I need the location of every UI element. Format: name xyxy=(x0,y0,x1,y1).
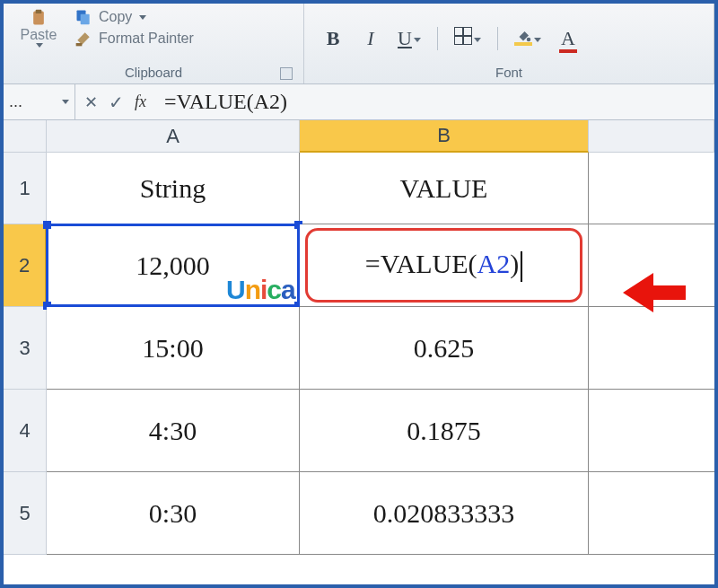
row-header-1[interactable]: 1 xyxy=(4,153,47,224)
separator xyxy=(437,27,438,50)
ribbon: Paste Copy Format Painter Clipboard xyxy=(4,4,714,84)
svg-rect-3 xyxy=(81,14,90,25)
copy-label: Copy xyxy=(99,9,132,25)
group-label-font: Font xyxy=(313,64,705,82)
cell-a2[interactable]: 12,000 xyxy=(47,224,300,307)
italic-button[interactable]: I xyxy=(360,27,381,50)
svg-rect-4 xyxy=(76,43,83,46)
cell-a4[interactable]: 4:30 xyxy=(47,390,300,472)
column-headers: A B xyxy=(4,120,714,153)
table-row: 5 0:30 0.020833333 xyxy=(4,472,714,555)
dialog-launcher-icon[interactable] xyxy=(280,67,293,80)
cell-a1[interactable]: String xyxy=(47,153,300,224)
bucket-icon xyxy=(514,27,532,43)
table-row: 3 15:00 0.625 xyxy=(4,307,714,390)
fill-color-button[interactable] xyxy=(514,27,541,50)
grid-body: 1 String VALUE 2 12,000 =VALUE(A2) xyxy=(4,153,714,555)
chevron-down-icon xyxy=(139,15,146,20)
format-painter-label: Format Painter xyxy=(99,31,194,47)
formula-input[interactable]: =VALUE(A2) xyxy=(155,90,714,114)
row-header-3[interactable]: 3 xyxy=(4,307,47,390)
spreadsheet: A B 1 String VALUE 2 12,000 xyxy=(4,120,714,584)
chevron-down-icon xyxy=(534,38,541,42)
cell-editing-formula: =VALUE(A2) xyxy=(365,249,522,282)
bold-button[interactable]: B xyxy=(322,27,344,50)
brush-icon xyxy=(74,30,93,48)
paste-label: Paste xyxy=(21,27,57,43)
formula-bar: ... ✕ ✓ fx =VALUE(A2) xyxy=(4,84,714,120)
copy-button[interactable]: Copy xyxy=(70,7,197,27)
cell-b4[interactable]: 0.1875 xyxy=(300,390,589,472)
arrow-body xyxy=(650,285,686,300)
copy-icon xyxy=(74,8,93,26)
cell-c5[interactable] xyxy=(589,472,714,555)
cell-a5[interactable]: 0:30 xyxy=(47,472,300,555)
cell-c4[interactable] xyxy=(589,390,714,472)
cell-value: 12,000 xyxy=(136,250,210,281)
underline-button[interactable]: U xyxy=(398,27,421,50)
separator xyxy=(497,27,498,50)
cell-b5[interactable]: 0.020833333 xyxy=(300,472,589,555)
selection-handle[interactable] xyxy=(43,221,51,229)
name-box[interactable]: ... xyxy=(4,84,75,119)
chevron-down-icon xyxy=(36,43,43,48)
font-color-label: A xyxy=(561,27,575,49)
name-box-text: ... xyxy=(9,92,22,111)
cancel-button[interactable]: ✕ xyxy=(84,92,98,112)
borders-button[interactable] xyxy=(454,27,481,50)
ribbon-group-font: B I U A Font xyxy=(304,4,714,83)
cell-b1[interactable]: VALUE xyxy=(300,153,589,224)
enter-button[interactable]: ✓ xyxy=(109,92,124,113)
cell-b2[interactable]: =VALUE(A2) xyxy=(300,224,589,307)
column-header-a[interactable]: A xyxy=(47,120,300,153)
arrow-head-icon xyxy=(623,273,653,312)
cell-c1[interactable] xyxy=(589,153,714,224)
svg-point-5 xyxy=(527,38,531,42)
column-header-b[interactable]: B xyxy=(300,120,589,153)
chevron-down-icon xyxy=(474,38,481,42)
column-header-c[interactable] xyxy=(589,120,714,153)
svg-rect-1 xyxy=(36,10,42,13)
fx-icon[interactable]: fx xyxy=(135,92,146,111)
row-header-5[interactable]: 5 xyxy=(4,472,47,555)
ribbon-group-clipboard: Paste Copy Format Painter Clipboard xyxy=(4,4,304,83)
text-cursor xyxy=(521,251,522,282)
row-header-4[interactable]: 4 xyxy=(4,390,47,472)
arrow-annotation xyxy=(623,273,686,312)
chevron-down-icon xyxy=(414,38,421,42)
row-header-2[interactable]: 2 xyxy=(4,224,47,307)
cell-a3[interactable]: 15:00 xyxy=(47,307,300,390)
grid-icon xyxy=(454,27,472,45)
cell-c3[interactable] xyxy=(589,307,714,390)
table-row: 4 4:30 0.1875 xyxy=(4,390,714,472)
select-all-corner[interactable] xyxy=(4,120,47,153)
paste-button[interactable]: Paste xyxy=(13,7,65,48)
cell-b3[interactable]: 0.625 xyxy=(300,307,589,390)
chevron-down-icon xyxy=(62,100,69,104)
clipboard-icon xyxy=(29,9,48,27)
group-label-clipboard: Clipboard xyxy=(13,64,294,82)
font-color-button[interactable]: A xyxy=(557,27,579,50)
table-row: 2 12,000 =VALUE(A2) xyxy=(4,224,714,307)
table-row: 1 String VALUE xyxy=(4,153,714,224)
format-painter-button[interactable]: Format Painter xyxy=(70,29,197,48)
